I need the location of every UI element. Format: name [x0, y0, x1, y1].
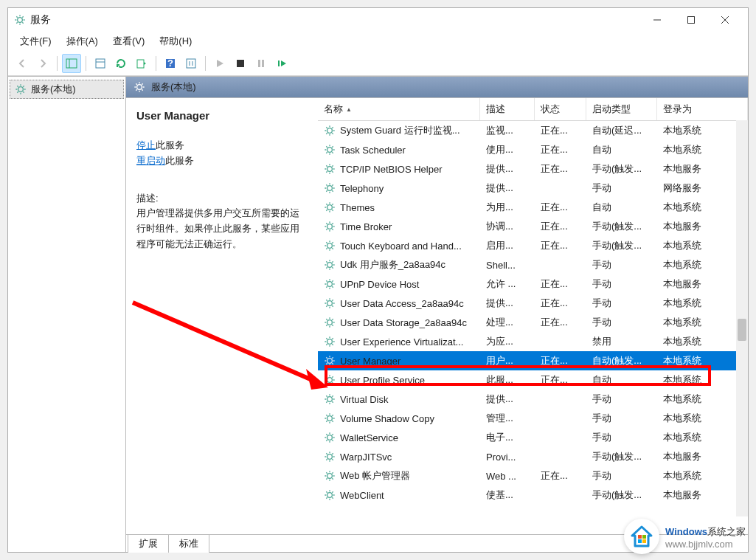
column-state[interactable]: 状态: [535, 98, 586, 120]
tree-root-item[interactable]: 服务(本地): [10, 80, 124, 99]
column-startup[interactable]: 启动类型: [586, 98, 657, 120]
menu-help[interactable]: 帮助(H): [152, 32, 199, 50]
service-state-cell: 正在...: [535, 162, 586, 176]
tab-standard[interactable]: 标准: [168, 534, 209, 553]
window-title: 服务: [30, 13, 640, 27]
service-logon-cell: 本地服务: [657, 162, 748, 176]
service-desc-cell: 提供...: [480, 162, 535, 176]
restart-link[interactable]: 重启动: [136, 155, 165, 166]
svg-point-23: [327, 167, 333, 172]
service-start-cell: 手动: [586, 412, 657, 425]
service-name-cell: UPnP Device Host: [318, 278, 480, 290]
separator: [86, 56, 86, 71]
action-button[interactable]: [181, 54, 201, 73]
toolbar: ?: [8, 51, 748, 76]
stop-link[interactable]: 停止: [136, 139, 156, 151]
table-row[interactable]: WebClient使基...手动(触发...本地服务: [318, 485, 748, 505]
svg-rect-7: [96, 59, 105, 68]
service-desc-cell: 监视...: [480, 124, 535, 137]
service-desc-cell: 允许 ...: [480, 277, 535, 291]
column-name[interactable]: 名称▲: [318, 98, 480, 120]
svg-rect-5: [66, 59, 77, 68]
table-row[interactable]: Udk 用户服务_2a8aa94cShell...手动本地系统: [318, 255, 748, 274]
description-label: 描述:: [136, 191, 308, 207]
service-desc-cell: Provi...: [480, 452, 535, 463]
tab-extended[interactable]: 扩展: [128, 534, 169, 553]
service-desc-cell: 启用...: [480, 239, 535, 252]
tree-pane[interactable]: 服务(本地): [8, 77, 126, 552]
service-start-cell: 自动: [586, 143, 657, 156]
table-row[interactable]: WarpJITSvcProvi...手动(触发...本地服务: [318, 447, 748, 466]
service-logon-cell: 本地服务: [657, 488, 748, 502]
table-row[interactable]: User Manager用户...正在...自动(触发...本地系统: [318, 351, 748, 370]
show-hide-tree-button[interactable]: [62, 54, 81, 73]
service-state-cell: 正在...: [535, 316, 586, 329]
maximize-button[interactable]: [674, 8, 708, 32]
table-row[interactable]: System Guard 运行时监视...监视...正在...自动(延迟...本…: [318, 121, 748, 140]
properties-button[interactable]: [91, 54, 110, 73]
scrollbar-thumb[interactable]: [738, 319, 746, 341]
restart-service-button[interactable]: [272, 54, 291, 73]
service-desc-cell: 使用...: [480, 143, 535, 156]
table-row[interactable]: Volume Shadow Copy管理...手动本地系统: [318, 409, 748, 428]
service-logon-cell: 本地系统: [657, 335, 748, 348]
svg-point-33: [327, 359, 333, 364]
table-row[interactable]: User Profile Service此服...正在...自动本地系统: [318, 370, 748, 390]
refresh-button[interactable]: [111, 54, 131, 73]
service-list[interactable]: System Guard 运行时监视...监视...正在...自动(延迟...本…: [318, 121, 748, 534]
close-button[interactable]: [708, 8, 742, 32]
service-desc-cell: 用户...: [480, 354, 535, 367]
service-name-cell: Virtual Disk: [318, 393, 480, 405]
menu-view[interactable]: 查看(V): [105, 32, 152, 50]
service-desc-cell: 提供...: [480, 297, 535, 310]
table-row[interactable]: User Data Access_2a8aa94c提供...正在...手动本地系…: [318, 294, 748, 313]
vertical-scrollbar[interactable]: [736, 120, 748, 516]
svg-rect-2: [688, 17, 695, 24]
table-row[interactable]: Touch Keyboard and Hand...启用...正在...手动(触…: [318, 236, 748, 255]
menu-file[interactable]: 文件(F): [13, 32, 59, 50]
svg-point-29: [327, 282, 333, 287]
service-name-cell: Touch Keyboard and Hand...: [318, 240, 480, 252]
svg-point-40: [327, 493, 333, 498]
export-button[interactable]: [132, 54, 151, 73]
table-row[interactable]: Time Broker协调...正在...手动(触发...本地服务: [318, 217, 748, 236]
service-state-cell: 正在...: [535, 277, 586, 291]
table-row[interactable]: User Data Storage_2a8aa94c处理...正在...手动本地…: [318, 313, 748, 332]
table-row[interactable]: Virtual Disk提供...手动本地系统: [318, 390, 748, 409]
menu-action[interactable]: 操作(A): [59, 32, 105, 50]
service-start-cell: 手动(触发...: [586, 488, 657, 502]
service-desc-cell: 协调...: [480, 220, 535, 233]
table-row[interactable]: User Experience Virtualizat...为应...禁用本地系…: [318, 332, 748, 351]
table-row[interactable]: TCP/IP NetBIOS Helper提供...正在...手动(触发...本…: [318, 159, 748, 179]
table-row[interactable]: UPnP Device Host允许 ...正在...手动本地服务: [318, 274, 748, 294]
titlebar[interactable]: 服务: [8, 8, 748, 32]
service-state-cell: 正在...: [535, 373, 586, 387]
column-description[interactable]: 描述: [480, 98, 535, 120]
restart-suffix: 此服务: [165, 155, 194, 166]
table-row[interactable]: Web 帐户管理器Web ...正在...手动本地系统: [318, 466, 748, 485]
list-pane: 名称▲ 描述 状态 启动类型 登录为 System Guard 运行时监视...…: [318, 98, 748, 534]
column-logon[interactable]: 登录为: [657, 98, 748, 120]
service-start-cell: 手动: [586, 277, 657, 291]
start-service-button[interactable]: [210, 54, 229, 73]
table-row[interactable]: WalletService电子...手动本地系统: [318, 428, 748, 447]
service-logon-cell: 本地服务: [657, 220, 748, 233]
menubar: 文件(F) 操作(A) 查看(V) 帮助(H): [8, 32, 748, 51]
help-button[interactable]: ?: [161, 54, 180, 73]
pause-service-button[interactable]: [252, 54, 271, 73]
minimize-button[interactable]: [640, 8, 674, 32]
service-name-cell: Themes: [318, 201, 480, 213]
svg-point-26: [327, 224, 333, 229]
table-row[interactable]: Themes为用...正在...自动本地系统: [318, 198, 748, 217]
service-logon-cell: 本地服务: [657, 277, 748, 291]
table-row[interactable]: Telephony提供...手动网络服务: [318, 179, 748, 198]
service-name-cell: User Data Storage_2a8aa94c: [318, 317, 480, 328]
table-row[interactable]: Task Scheduler使用...正在...自动本地系统: [318, 140, 748, 159]
list-header: 名称▲ 描述 状态 启动类型 登录为: [318, 98, 748, 121]
service-desc-cell: Shell...: [480, 260, 535, 271]
back-button[interactable]: [13, 54, 32, 73]
forward-button[interactable]: [33, 54, 52, 73]
service-start-cell: 手动: [586, 316, 657, 329]
stop-service-button[interactable]: [231, 54, 250, 73]
service-start-cell: 手动: [586, 393, 657, 406]
